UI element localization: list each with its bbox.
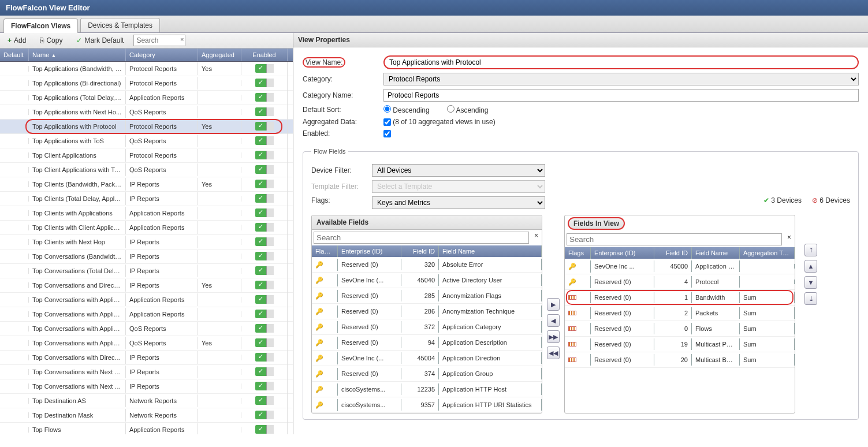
available-search-input[interactable] — [314, 232, 529, 244]
col-enabled[interactable]: Enabled — [241, 49, 288, 61]
clear-icon[interactable]: × — [784, 232, 795, 247]
enabled-toggle[interactable] — [255, 180, 274, 188]
move-all-right-button[interactable]: ▶▶ — [547, 330, 560, 343]
mark-default-button[interactable]: ✓Mark Default — [72, 35, 128, 46]
view-row[interactable]: Top Conversations with Next H... IP Repo… — [0, 365, 293, 379]
enabled-toggle[interactable] — [255, 79, 274, 87]
sort-descending-radio[interactable]: Descending — [383, 105, 430, 114]
enabled-toggle[interactable] — [255, 122, 274, 131]
available-field-row[interactable]: 🔑 ciscoSystems...12235Application HTTP H… — [312, 382, 542, 397]
col-enterprise[interactable]: Enterprise (ID) — [338, 245, 401, 257]
enabled-toggle[interactable] — [255, 295, 274, 304]
available-field-row[interactable]: 🔑 ciscoSystems...9357Application HTTP UR… — [312, 397, 542, 413]
inview-field-row[interactable]: 🔑 SevOne Inc ...45000Application Port — [565, 259, 795, 274]
view-row[interactable]: Top Conversations (Total Delay... IP Rep… — [0, 264, 293, 278]
enabled-toggle[interactable] — [255, 165, 274, 174]
devicefilter-select[interactable]: All Devices — [372, 164, 545, 177]
copy-button[interactable]: Copy — [36, 35, 66, 46]
view-row[interactable]: Top Applications with Protocol Protocol … — [0, 120, 293, 134]
view-row[interactable]: Top Clients (Bandwidth, Packet... IP Rep… — [0, 177, 293, 192]
clear-icon[interactable]: × — [531, 230, 542, 245]
view-row[interactable]: Top Clients (Total Delay, Applic... IP R… — [0, 192, 293, 206]
enabled-toggle[interactable] — [255, 367, 274, 376]
flags-select[interactable]: Keys and Metrics — [372, 196, 545, 209]
available-field-row[interactable]: 🔑 Reserved (0)285Anonymization Flags — [312, 288, 542, 304]
clear-search-icon[interactable]: × — [180, 36, 184, 43]
inview-field-row[interactable]: 🔑 Reserved (0)4Protocol — [565, 274, 795, 290]
view-row[interactable]: Top Conversations with Applica... QoS Re… — [0, 322, 293, 336]
col-name[interactable]: Name ▲ — [29, 49, 126, 61]
col-fieldname[interactable]: Field Name — [439, 245, 542, 257]
enabled-toggle[interactable] — [255, 107, 274, 116]
view-row[interactable]: Top Conversations and Direction IP Repor… — [0, 278, 293, 293]
move-top-button[interactable]: ⤒ — [804, 244, 817, 256]
enabled-toggle[interactable] — [255, 223, 274, 232]
col-flags[interactable]: Flags ▼ — [312, 245, 338, 257]
inview-field-row[interactable]: Reserved (0)19Multicast PacketsSum — [565, 337, 795, 352]
view-row[interactable]: Top Applications (Total Delay, ... Appli… — [0, 91, 293, 105]
move-up-button[interactable]: ▲ — [804, 260, 817, 273]
view-row[interactable]: Top Applications with Next Ho... QoS Rep… — [0, 105, 293, 120]
view-row[interactable]: Top Clients with Applications Applicatio… — [0, 206, 293, 221]
view-row[interactable]: Top Applications (Bi-directional) Protoc… — [0, 76, 293, 91]
inview-field-row[interactable]: Reserved (0)1BandwidthSum — [565, 290, 795, 306]
view-row[interactable]: Top Applications with ToS QoS Reports — [0, 134, 293, 148]
view-row[interactable]: Top Destination AS Network Reports — [0, 394, 293, 408]
available-field-row[interactable]: 🔑 Reserved (0)320Absolute Error — [312, 257, 542, 273]
available-field-row[interactable]: 🔑 Reserved (0)372Application Category — [312, 319, 542, 335]
enabled-toggle[interactable] — [255, 194, 274, 203]
view-row[interactable]: Top Applications (Bandwidth, P... Protoc… — [0, 62, 293, 76]
view-row[interactable]: Top Conversations (Bandwidth,... IP Repo… — [0, 249, 293, 264]
available-field-row[interactable]: 🔑 Reserved (0)374Application Group — [312, 366, 542, 382]
enabled-toggle[interactable] — [255, 252, 274, 260]
view-row[interactable]: Top Conversations with Applica... Applic… — [0, 293, 293, 307]
col-fieldid[interactable]: Field ID — [654, 247, 692, 259]
view-row[interactable]: Top Conversations with Applica... Applic… — [0, 307, 293, 322]
enabled-toggle[interactable] — [255, 353, 274, 362]
move-right-button[interactable]: ▶ — [547, 298, 560, 311]
view-row[interactable]: Top Flows Application Reports — [0, 423, 293, 434]
view-row[interactable]: Top Clients with Client Applicat... Appl… — [0, 221, 293, 235]
enabled-toggle[interactable] — [255, 324, 274, 333]
tab-views[interactable]: FlowFalcon Views — [3, 18, 78, 33]
view-row[interactable]: Top Conversations with Next H... IP Repo… — [0, 379, 293, 394]
category-select[interactable]: Protocol Reports — [383, 73, 859, 85]
available-field-row[interactable]: 🔑 Reserved (0)94Application Description — [312, 335, 542, 351]
enabled-toggle[interactable] — [255, 136, 274, 145]
enabled-checkbox[interactable] — [383, 130, 391, 137]
inview-search-input[interactable] — [567, 233, 782, 245]
enabled-toggle[interactable] — [255, 396, 274, 405]
enabled-toggle[interactable] — [255, 208, 274, 217]
categoryname-input[interactable] — [383, 89, 859, 102]
col-category[interactable]: Category — [126, 49, 198, 61]
enabled-toggle[interactable] — [255, 64, 274, 73]
col-fieldname[interactable]: Field Name — [692, 247, 740, 259]
move-down-button[interactable]: ▼ — [804, 276, 817, 289]
available-field-row[interactable]: 🔑 Reserved (0)286Anonymization Technique — [312, 304, 542, 319]
enabled-toggle[interactable] — [255, 151, 274, 159]
view-row[interactable]: Top Clients with Next Hop IP Reports — [0, 235, 293, 249]
view-row[interactable]: Top Destination Mask Network Reports — [0, 408, 293, 423]
available-field-row[interactable]: 🔑 SevOne Inc (...45040Active Directory U… — [312, 273, 542, 288]
enabled-toggle[interactable] — [255, 411, 274, 419]
sort-ascending-radio[interactable]: Ascending — [447, 105, 489, 114]
enabled-toggle[interactable] — [255, 281, 274, 289]
aggregated-checkbox[interactable] — [383, 118, 391, 126]
move-left-button[interactable]: ◀ — [547, 314, 560, 327]
col-fieldid[interactable]: Field ID — [401, 245, 439, 257]
col-aggregated[interactable]: Aggregated — [198, 49, 241, 61]
view-row[interactable]: Top Client Applications Protocol Reports — [0, 148, 293, 163]
col-aggtype[interactable]: Aggregation Type — [740, 247, 795, 259]
views-search-input[interactable] — [133, 35, 185, 46]
enabled-toggle[interactable] — [255, 93, 274, 102]
enabled-toggle[interactable] — [255, 338, 274, 347]
move-bottom-button[interactable]: ⤓ — [804, 292, 817, 305]
move-all-left-button[interactable]: ◀◀ — [547, 347, 560, 359]
view-row[interactable]: Top Conversations with Applica... QoS Re… — [0, 336, 293, 351]
enabled-toggle[interactable] — [255, 266, 274, 275]
view-row[interactable]: Top Client Applications with ToS QoS Rep… — [0, 163, 293, 177]
col-enterprise[interactable]: Enterprise (ID) — [591, 247, 654, 259]
enabled-toggle[interactable] — [255, 425, 274, 434]
col-default[interactable]: Default — [0, 49, 29, 61]
enabled-toggle[interactable] — [255, 382, 274, 390]
